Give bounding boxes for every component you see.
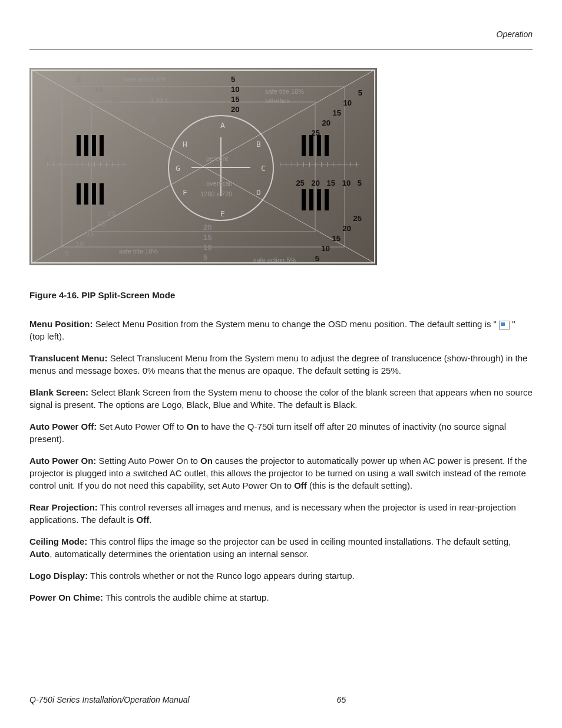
scale-right-mid: 25 20 15 10 5 [315, 214, 362, 263]
label-percent: percent [206, 155, 228, 162]
dir-F: F [183, 188, 187, 197]
para-menu-position: Menu Position: Select Menu Position from… [29, 318, 533, 342]
test-pattern-figure: safe action 5% safe title 10% letterbox … [29, 68, 377, 265]
scale-right: 25 20 15 10 5 [291, 179, 362, 189]
dir-E: E [220, 209, 225, 218]
label-letterbox: letterbox [265, 97, 290, 104]
ticks-left [47, 164, 127, 164]
bars-top-left [77, 135, 104, 156]
dir-A: A [220, 121, 225, 130]
scale-top-right: 5 10 15 20 25 [312, 88, 362, 138]
label-resolution: 1280 x 720 [200, 190, 232, 197]
scale-bottom-center: 20 15 10 5 [203, 223, 211, 263]
dir-H: H [183, 140, 187, 149]
body-content: Figure 4-16. PIP Split-Screen Mode Menu … [29, 289, 533, 604]
bars-bottom-left [77, 183, 104, 205]
label-safe-title-top: safe title 10% [265, 88, 304, 95]
ticks-right [280, 164, 359, 164]
para-auto-power-off: Auto Power Off: Set Auto Power Off to On… [29, 420, 533, 445]
scale-top-center: 5 10 15 20 [231, 75, 239, 115]
para-blank-screen: Blank Screen: Select Blank Screen from t… [29, 386, 533, 411]
header-rule [29, 50, 533, 50]
footer-manual-title: Q-750i Series Installation/Operation Man… [29, 695, 190, 704]
figure-caption: Figure 4-16. PIP Split-Screen Mode [29, 289, 533, 301]
footer-page-number: 65 [337, 695, 346, 704]
section-label: Operation [497, 29, 533, 39]
para-ceiling-mode: Ceiling Mode: This control flips the ima… [29, 535, 533, 560]
para-rear-projection: Rear Projection: This control reverses a… [29, 501, 533, 526]
menu-position-icon [499, 321, 510, 330]
dir-G: G [176, 164, 180, 173]
label-safe-action-bottom: safe action 5% [253, 256, 296, 263]
para-auto-power-on: Auto Power On: Setting Auto Power On to … [29, 454, 533, 492]
dir-D: D [256, 188, 261, 197]
label-safe-title-bottom: safe title 10% [119, 248, 158, 255]
page-footer: Q-750i Series Installation/Operation Man… [29, 695, 533, 704]
bars-top-right [302, 135, 329, 156]
bars-bottom-right [302, 189, 329, 210]
para-power-on-chime: Power On Chime: This controls the audibl… [29, 591, 533, 604]
dir-B: B [256, 140, 261, 149]
para-logo-display: Logo Display: This controls whether or n… [29, 569, 533, 582]
page-header: Operation [29, 29, 533, 39]
dir-C: C [261, 164, 266, 173]
label-overscan: overscan [206, 180, 233, 187]
scale-bottom-left: 25 20 15 10 5 [65, 209, 115, 259]
scale-top-left: 5 10 15 20 25 [77, 75, 156, 124]
para-translucent-menu: Translucent Menu: Select Translucent Men… [29, 352, 533, 377]
